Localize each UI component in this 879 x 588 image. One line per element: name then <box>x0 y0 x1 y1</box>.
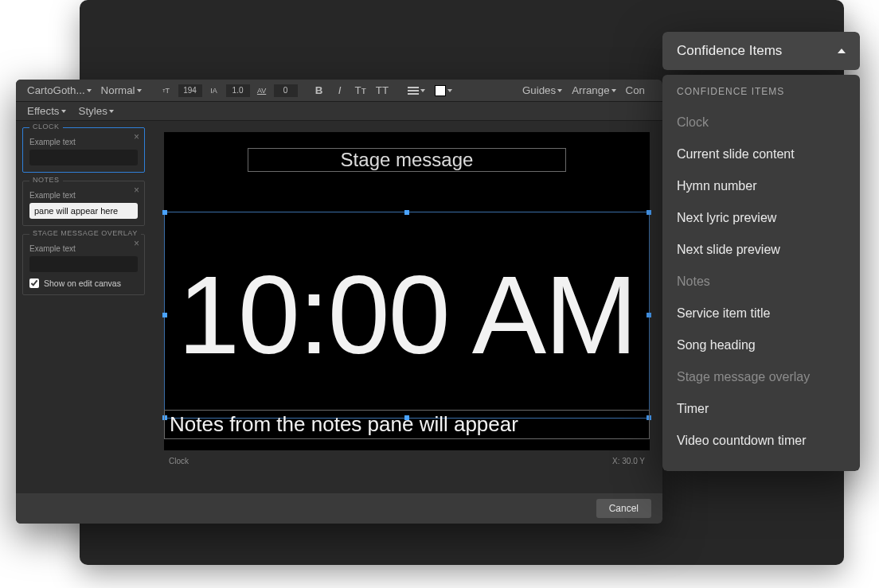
footer-bar: Cancel <box>16 493 662 524</box>
confidence-item[interactable]: Current slide content <box>677 138 846 170</box>
color-swatch-icon <box>435 85 446 96</box>
font-size-icon: тT <box>158 83 175 99</box>
conf-short-label: Con <box>626 84 645 96</box>
chevron-down-icon <box>109 110 114 113</box>
guides-menu[interactable]: Guides <box>519 83 565 99</box>
chevron-down-icon <box>87 89 92 92</box>
confidence-item[interactable]: Service item title <box>677 298 846 329</box>
line-height-input[interactable] <box>226 84 250 97</box>
chevron-down-icon <box>137 89 142 92</box>
close-icon[interactable]: × <box>134 131 139 142</box>
confidence-button-label: Confidence Items <box>677 43 782 59</box>
close-icon[interactable]: × <box>134 238 139 249</box>
notes-text: Notes from the notes pane will appear <box>170 412 518 436</box>
chevron-down-icon <box>420 89 425 92</box>
confidence-item[interactable]: Hymn number <box>677 170 846 202</box>
align-button[interactable] <box>404 83 428 99</box>
resize-handle[interactable] <box>647 313 651 317</box>
bold-button[interactable]: B <box>311 83 328 99</box>
caps-button[interactable]: TT <box>373 83 392 99</box>
styles-label: Styles <box>79 105 107 117</box>
clock-box[interactable]: 10:00 AM <box>164 212 650 419</box>
line-height-icon: IA <box>205 83 223 99</box>
confidence-dropdown-toggle[interactable]: Confidence Items <box>662 32 860 70</box>
resize-handle[interactable] <box>162 210 167 215</box>
resize-handle[interactable] <box>647 210 651 215</box>
coord-readout: X: 30.0 Y <box>612 457 645 465</box>
canvas[interactable]: Stage message 10:00 AM Notes from the no… <box>164 132 650 450</box>
example-text-label: Example text <box>29 138 138 146</box>
arrange-label: Arrange <box>572 84 609 96</box>
letter-spacing-icon: AV <box>253 83 271 99</box>
clock-example-input[interactable] <box>29 150 138 165</box>
notes-example-input[interactable] <box>29 203 138 219</box>
confidence-item: Notes <box>677 266 846 298</box>
letter-spacing-input[interactable] <box>274 84 298 97</box>
confidence-item[interactable]: Next slide preview <box>677 234 846 266</box>
strike-button[interactable]: Tт <box>352 83 369 99</box>
confidence-item[interactable]: Next lyric preview <box>677 202 846 234</box>
stage-example-input[interactable] <box>29 256 138 272</box>
font-weight-label: Normal <box>101 84 135 96</box>
panel-clock[interactable]: Clock × Example text <box>22 127 145 173</box>
notes-box[interactable]: Notes from the notes pane will appear <box>164 410 650 439</box>
clock-text: 10:00 AM <box>178 259 636 371</box>
font-size-input[interactable] <box>178 84 202 97</box>
stage-message-box[interactable]: Stage message <box>248 148 566 172</box>
statusbar: Clock X: 30.0 Y <box>151 450 662 469</box>
stage-message-text: Stage message <box>341 149 474 170</box>
confidence-item[interactable]: Timer <box>677 393 846 425</box>
confidence-item: Clock <box>677 107 846 138</box>
italic-button[interactable]: I <box>331 83 349 99</box>
panel-clock-title: Clock <box>29 123 63 130</box>
panel-notes-title: Notes <box>29 176 63 184</box>
confidence-item: Stage message overlay <box>677 361 846 393</box>
confidence-menu-header: Confidence Items <box>677 86 846 97</box>
show-on-canvas-label: Show on edit canvas <box>44 278 121 288</box>
styles-menu[interactable]: Styles <box>76 103 117 119</box>
editor-window: CartoGoth... Normal тT IA AV B I Tт TT <box>16 80 662 524</box>
font-family-label: CartoGoth... <box>27 84 85 96</box>
effects-menu[interactable]: Effects <box>24 103 69 119</box>
sidebar: Clock × Example text Notes × Example tex… <box>16 121 151 493</box>
chevron-down-icon <box>61 110 66 113</box>
show-on-canvas-checkbox[interactable] <box>29 278 39 288</box>
selection-name: Clock <box>169 457 189 465</box>
resize-handle[interactable] <box>162 313 167 317</box>
canvas-wrap: Stage message 10:00 AM Notes from the no… <box>151 121 662 493</box>
cancel-button[interactable]: Cancel <box>596 499 651 518</box>
align-icon <box>408 87 419 95</box>
confidence-menu-short[interactable]: Con <box>623 83 648 99</box>
color-button[interactable] <box>432 83 455 99</box>
chevron-down-icon <box>611 89 616 92</box>
confidence-item[interactable]: Video countdown timer <box>677 425 846 457</box>
secondary-toolbar: Effects Styles <box>16 102 662 121</box>
font-weight-select[interactable]: Normal <box>98 83 145 99</box>
confidence-dropdown: Confidence Items Confidence Items ClockC… <box>662 32 860 471</box>
panel-notes[interactable]: Notes × Example text <box>22 181 145 226</box>
chevron-up-icon <box>838 49 846 53</box>
effects-label: Effects <box>27 105 60 117</box>
confidence-item[interactable]: Song heading <box>677 329 846 361</box>
arrange-menu[interactable]: Arrange <box>568 83 619 99</box>
example-text-label: Example text <box>29 244 138 253</box>
font-family-select[interactable]: CartoGoth... <box>24 83 95 99</box>
chevron-down-icon <box>557 89 562 92</box>
chevron-down-icon <box>447 89 452 92</box>
format-toolbar: CartoGoth... Normal тT IA AV B I Tт TT <box>16 80 662 102</box>
confidence-menu: Confidence Items ClockCurrent slide cont… <box>662 75 860 471</box>
example-text-label: Example text <box>29 191 138 200</box>
resize-handle[interactable] <box>404 210 409 215</box>
app-body: Clock × Example text Notes × Example tex… <box>16 121 662 493</box>
panel-stage-overlay[interactable]: Stage message overlay × Example text Sho… <box>22 234 145 295</box>
panel-stage-title: Stage message overlay <box>29 229 141 237</box>
guides-label: Guides <box>522 84 556 96</box>
close-icon[interactable]: × <box>134 185 139 196</box>
